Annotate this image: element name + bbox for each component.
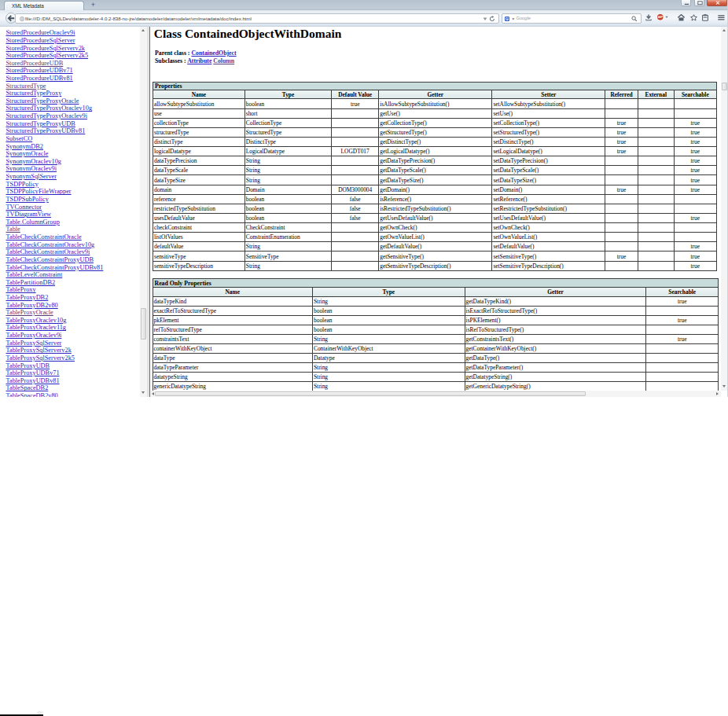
- svg-text:ABP: ABP: [657, 16, 662, 19]
